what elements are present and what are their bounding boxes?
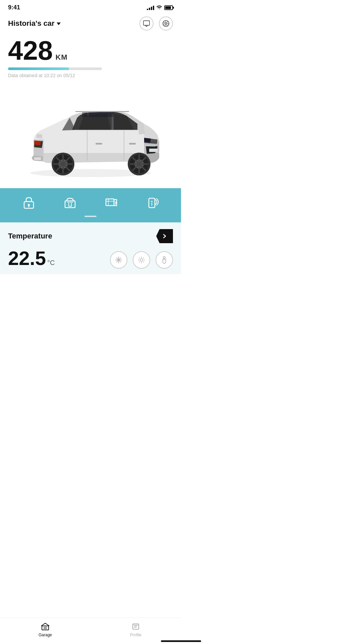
svg-point-52 bbox=[163, 257, 165, 259]
lock-control[interactable] bbox=[21, 195, 37, 210]
data-timestamp: Data obtained at 10:22 on 05/12 bbox=[8, 73, 173, 78]
svg-rect-5 bbox=[149, 149, 158, 152]
svg-point-1 bbox=[165, 22, 167, 24]
car-name: Historia's car bbox=[8, 19, 55, 28]
svg-rect-0 bbox=[143, 21, 149, 25]
lock-icon bbox=[21, 195, 37, 210]
snowflake-icon bbox=[115, 256, 123, 264]
window-control[interactable] bbox=[104, 195, 119, 210]
header: Historia's car bbox=[0, 14, 181, 35]
scroll-indicator bbox=[84, 216, 97, 217]
svg-point-29 bbox=[28, 204, 30, 206]
control-panel bbox=[0, 188, 181, 222]
seat-mode-button[interactable] bbox=[156, 251, 173, 269]
range-section: 428 KM Data obtained at 10:22 on 05/12 bbox=[0, 35, 181, 81]
temperature-unit: °C bbox=[47, 259, 55, 267]
svg-point-37 bbox=[151, 201, 153, 202]
temperature-header: Temperature bbox=[8, 229, 173, 243]
wifi-icon bbox=[156, 5, 162, 10]
svg-point-43 bbox=[140, 259, 143, 261]
range-unit: KM bbox=[55, 53, 67, 62]
signal-icon bbox=[147, 5, 154, 10]
message-button[interactable] bbox=[139, 16, 154, 31]
trunk-icon bbox=[62, 195, 78, 210]
temperature-mode-icons bbox=[110, 251, 173, 269]
svg-line-48 bbox=[139, 258, 140, 258]
car-selector[interactable]: Historia's car bbox=[8, 19, 61, 28]
chevron-right-icon bbox=[162, 233, 167, 239]
svg-rect-27 bbox=[75, 111, 129, 112]
chevron-down-icon bbox=[57, 22, 61, 25]
svg-rect-9 bbox=[96, 143, 102, 145]
settings-button[interactable] bbox=[159, 16, 173, 31]
message-icon bbox=[143, 20, 150, 27]
svg-line-51 bbox=[139, 262, 140, 262]
range-value: 428 bbox=[8, 37, 53, 64]
status-time: 9:41 bbox=[8, 4, 20, 11]
defrost-mode-button[interactable] bbox=[133, 251, 150, 269]
status-bar: 9:41 bbox=[0, 0, 181, 14]
settings-icon bbox=[162, 20, 170, 27]
svg-rect-33 bbox=[106, 199, 114, 206]
person-icon bbox=[160, 256, 168, 264]
svg-rect-6 bbox=[34, 157, 41, 160]
status-icons bbox=[147, 5, 173, 10]
battery-icon bbox=[164, 5, 173, 10]
sun-icon bbox=[137, 256, 145, 264]
remote-control[interactable] bbox=[145, 195, 160, 210]
window-icon bbox=[104, 195, 119, 210]
temperature-arrow-button[interactable] bbox=[156, 229, 173, 243]
range-display: 428 KM bbox=[8, 37, 173, 64]
temperature-section: Temperature 22.5 °C bbox=[0, 222, 181, 274]
battery-progress-bar bbox=[8, 67, 102, 70]
svg-line-49 bbox=[143, 262, 144, 262]
car-image bbox=[0, 81, 181, 188]
remote-icon bbox=[145, 195, 160, 210]
svg-rect-10 bbox=[129, 143, 136, 145]
svg-line-50 bbox=[143, 258, 144, 258]
temperature-title: Temperature bbox=[8, 232, 52, 240]
header-icons bbox=[139, 16, 173, 31]
battery-progress-fill bbox=[8, 67, 69, 70]
temperature-value-row: 22.5 °C bbox=[8, 249, 173, 269]
svg-point-2 bbox=[164, 21, 168, 26]
control-icons-row bbox=[0, 195, 181, 210]
trunk-control[interactable] bbox=[62, 195, 78, 210]
cool-mode-button[interactable] bbox=[110, 251, 127, 269]
car-illustration bbox=[13, 88, 168, 181]
temperature-value: 22.5 bbox=[8, 249, 46, 268]
